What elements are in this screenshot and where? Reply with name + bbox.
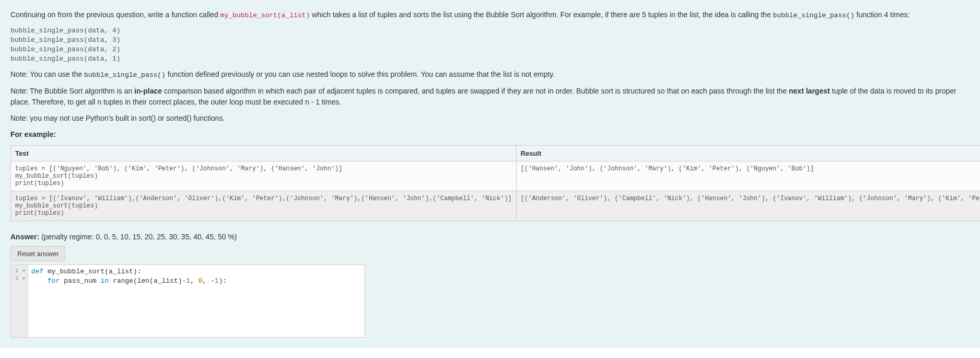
- answer-row: Answer: (penalty regime: 0, 0, 5, 10, 15…: [10, 233, 970, 241]
- note2-prefix: Note: The Bubble Sort algorithm is an: [10, 87, 134, 95]
- code-editor[interactable]: 1 ▾2 ▾ def my_bubble_sort(a_list): for p…: [10, 264, 365, 338]
- for-example-header: For example:: [10, 129, 970, 140]
- note-2: Note: The Bubble Sort algorithm is an in…: [10, 86, 970, 108]
- note1-code: bubble_single_pass(): [84, 71, 166, 79]
- table-cell-test: tuples = [('Ivanov', 'William'),('Anders…: [11, 191, 517, 221]
- num-1a: 1: [186, 277, 190, 285]
- question-text: Continuing on from the previous question…: [10, 9, 970, 140]
- code-area[interactable]: def my_bubble_sort(a_list): for pass_num…: [28, 265, 365, 337]
- gutter-line-1: 1 ▾: [15, 267, 26, 275]
- intro-paragraph: Continuing on from the previous question…: [10, 9, 970, 21]
- reset-answer-button[interactable]: Reset answer: [10, 246, 65, 261]
- note-3: Note: you may not use Python's built in …: [10, 113, 970, 124]
- intro-suffix: function 4 times:: [855, 10, 910, 19]
- intro-mid: which takes a list of tuples and sorts t…: [310, 10, 773, 19]
- line2-mid2: range(len(a_list)-: [109, 277, 186, 285]
- line2-c2: , -: [203, 277, 215, 285]
- table-cell-test: tuples = [('Nguyen', 'Bob'), ('Kim', 'Pe…: [11, 161, 517, 191]
- table-row: tuples = [('Nguyen', 'Bob'), ('Kim', 'Pe…: [11, 161, 981, 191]
- note2-mid1: comparison based algorithm in which each…: [162, 87, 789, 95]
- table-header-result: Result: [516, 145, 980, 161]
- intro-code-1: my_bubble_sort(a_list): [220, 11, 310, 19]
- line2-c1: ,: [190, 277, 199, 285]
- kw-in: in: [100, 277, 109, 285]
- note-1: Note: You can use the bubble_single_pass…: [10, 69, 970, 80]
- intro-prefix: Continuing on from the previous question…: [10, 10, 220, 19]
- example-calls-block: bubble_single_pass(data, 4) bubble_singl…: [10, 26, 970, 64]
- table-cell-result: [('Hansen', 'John'), ('Johnson', 'Mary')…: [516, 161, 980, 191]
- line1-rest: my_bubble_sort(a_list):: [43, 268, 141, 275]
- note1-prefix: Note: You can use the: [10, 70, 84, 78]
- line2-indent: [31, 277, 48, 285]
- note2-bold-nextlargest: next largest: [789, 87, 830, 95]
- penalty-regime-text: (penalty regime: 0, 0, 5, 10, 15, 20, 25…: [41, 233, 237, 241]
- answer-label: Answer:: [10, 233, 39, 241]
- line2-end: ):: [219, 277, 227, 285]
- example-table: Test Result tuples = [('Nguyen', 'Bob'),…: [10, 145, 980, 221]
- table-cell-result: [('Anderson', 'Oliver'), ('Campbell', 'N…: [516, 191, 980, 221]
- num-1b: 1: [215, 277, 219, 285]
- note2-bold-inplace: in-place: [134, 87, 162, 95]
- kw-for: for: [48, 277, 60, 285]
- gutter-line-2: 2 ▾: [15, 275, 26, 283]
- editor-gutter: 1 ▾2 ▾: [11, 265, 28, 337]
- kw-def: def: [31, 268, 43, 275]
- table-row: tuples = [('Ivanov', 'William'),('Anders…: [11, 191, 981, 221]
- table-header-test: Test: [11, 145, 517, 161]
- num-0: 0: [199, 277, 203, 285]
- intro-code-2: bubble_single_pass(): [773, 11, 855, 19]
- note1-suffix: function defined previously or you can u…: [166, 70, 555, 78]
- line2-mid1: pass_num: [60, 277, 100, 285]
- question-box: Continuing on from the previous question…: [0, 0, 980, 348]
